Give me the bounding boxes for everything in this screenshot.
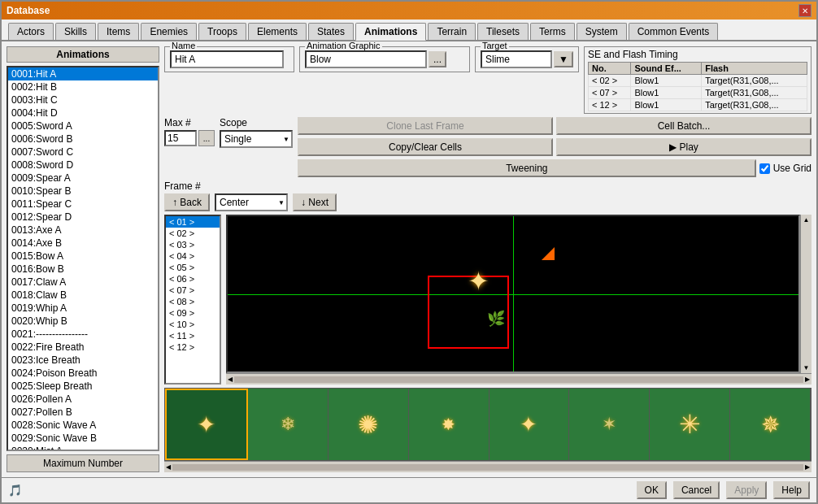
play-button[interactable]: ▶ Play [556,138,811,156]
sprite-cell-7[interactable]: ✳ [650,389,730,460]
list-item[interactable]: 0017:Claw A [8,276,158,289]
apply-button[interactable]: Apply [726,481,767,499]
list-item[interactable]: 0009:Spear A [8,172,158,185]
max-input[interactable] [164,130,197,146]
list-item[interactable]: 0010:Spear B [8,185,158,198]
se-no: < 07 > [589,87,631,99]
frame-item[interactable]: < 06 > [166,273,220,285]
list-item[interactable]: 0023:Ice Breath [8,354,158,367]
next-button[interactable]: ↓ Next [293,193,337,211]
list-item[interactable]: 0018:Claw B [8,289,158,302]
tab-enemies[interactable]: Enemies [141,23,197,40]
frame-item[interactable]: < 01 > [166,216,220,228]
frame-item[interactable]: < 04 > [166,250,220,262]
list-item[interactable]: 0004:Hit D [8,106,158,119]
tab-terms[interactable]: Terms [530,23,575,40]
close-button[interactable]: ✕ [798,4,811,17]
use-grid-checkbox[interactable] [759,163,770,174]
list-item[interactable]: 0026:Pollen A [8,393,158,406]
list-item[interactable]: 0021:---------------- [8,328,158,341]
list-item[interactable]: 0028:Sonic Wave A [8,419,158,432]
canvas-vscroll[interactable]: ▲ ▼ [800,215,811,373]
help-button[interactable]: Help [773,481,810,499]
sprite-star-7: ✳ [679,409,701,440]
list-item[interactable]: 0030:Mist A [8,445,158,451]
frame-item[interactable]: < 03 > [166,239,220,250]
sprite-strip-container: ✦ ❄ ✺ ✸ ✦ ✶ [164,388,811,472]
frame-item[interactable]: < 10 > [166,319,220,330]
sprite-cell-6[interactable]: ✶ [569,389,650,460]
frame-list[interactable]: < 01 > < 02 > < 03 > < 04 > < 05 > < 06 … [164,215,221,385]
frame-item[interactable]: < 02 > [166,228,220,239]
list-item[interactable]: 0002:Hit B [8,80,158,93]
list-item[interactable]: 0019:Whip A [8,302,158,315]
animations-list[interactable]: 0001:Hit A 0002:Hit B 0003:Hit C 0004:Hi… [7,66,159,451]
tab-animations[interactable]: Animations [355,23,426,41]
frame-item[interactable]: < 12 > [166,341,220,353]
list-item[interactable]: 0025:Sleep Breath [8,380,158,393]
list-item[interactable]: 0006:Sword B [8,133,158,146]
tab-system[interactable]: System [577,23,627,40]
sprite-cell-1[interactable]: ✦ [165,389,248,460]
se-row[interactable]: < 02 > Blow1 Target(R31,G08,... [589,75,807,87]
frame-item[interactable]: < 07 > [166,285,220,296]
max-browse-button[interactable]: ... [198,130,215,146]
tab-states[interactable]: States [308,23,354,40]
animation-canvas[interactable]: ✦ 🌿 [226,215,800,373]
target-dropdown-button[interactable]: ▼ [554,51,573,67]
tweening-button[interactable]: Tweening [298,159,756,177]
target-group: Target ▼ [475,46,579,72]
back-button[interactable]: ↑ Back [164,193,210,211]
list-item[interactable]: 0012:Spear D [8,211,158,224]
sprite-cell-3[interactable]: ✺ [329,389,409,460]
list-item[interactable]: 0003:Hit C [8,93,158,106]
sprite-cell-4[interactable]: ✸ [409,389,489,460]
maximum-number-button[interactable]: Maximum Number [7,454,159,472]
list-item[interactable]: 0022:Fire Breath [8,341,158,354]
animation-graphic-browse-button[interactable]: ... [429,51,446,67]
list-item[interactable]: 0029:Sonic Wave B [8,432,158,445]
list-item[interactable]: 0007:Sword C [8,146,158,159]
sprite-cell-2[interactable]: ❄ [248,389,329,460]
animation-graphic-input[interactable] [305,50,427,68]
cell-batch-button[interactable]: Cell Batch... [556,117,811,135]
list-item[interactable]: 0024:Poison Breath [8,367,158,380]
ok-button[interactable]: OK [637,481,667,499]
sprite-cell-8[interactable]: ✵ [730,389,811,460]
frame-item[interactable]: < 05 > [166,262,220,273]
copy-clear-cells-button[interactable]: Copy/Clear Cells [298,138,553,156]
list-item[interactable]: 0005:Sword A [8,119,158,133]
tab-elements[interactable]: Elements [248,23,307,40]
se-row[interactable]: < 07 > Blow1 Target(R31,G08,... [589,87,807,99]
tab-terrain[interactable]: Terrain [428,23,476,40]
frame-item[interactable]: < 09 > [166,307,220,319]
list-item[interactable]: 0001:Hit A [8,67,158,80]
clone-last-frame-button[interactable]: Clone Last Frame [298,117,553,135]
scope-select[interactable]: Single All Enemies All Allies [220,130,293,148]
tab-skills[interactable]: Skills [55,23,96,40]
sprite-cell-5[interactable]: ✦ [489,389,570,460]
tab-actors[interactable]: Actors [8,23,54,40]
list-item[interactable]: 0014:Axe B [8,237,158,250]
list-item[interactable]: 0015:Bow A [8,250,158,263]
sprite-star-8: ✵ [761,411,780,438]
se-row[interactable]: < 12 > Blow1 Target(R31,G08,... [589,99,807,111]
tab-troops[interactable]: Troops [198,23,246,40]
name-input[interactable] [170,50,284,68]
cancel-button[interactable]: Cancel [673,481,720,499]
tab-items[interactable]: Items [98,23,139,40]
list-item[interactable]: 0011:Spear C [8,198,158,211]
tab-common-events[interactable]: Common Events [629,23,719,40]
frame-item[interactable]: < 11 > [166,330,220,341]
frame-item[interactable]: < 08 > [166,296,220,307]
y-position-select[interactable]: Center Top Bottom [215,193,288,211]
target-input[interactable] [481,50,552,68]
list-item[interactable]: 0013:Axe A [8,224,158,237]
tab-tilesets[interactable]: Tilesets [477,23,529,40]
strip-hscroll[interactable]: ◀ ▶ [164,461,811,472]
list-item[interactable]: 0027:Pollen B [8,406,158,419]
list-item[interactable]: 0020:Whip B [8,315,158,328]
list-item[interactable]: 0016:Bow B [8,263,158,276]
canvas-hscroll[interactable]: ◀ ▶ [226,373,811,385]
list-item[interactable]: 0008:Sword D [8,159,158,172]
